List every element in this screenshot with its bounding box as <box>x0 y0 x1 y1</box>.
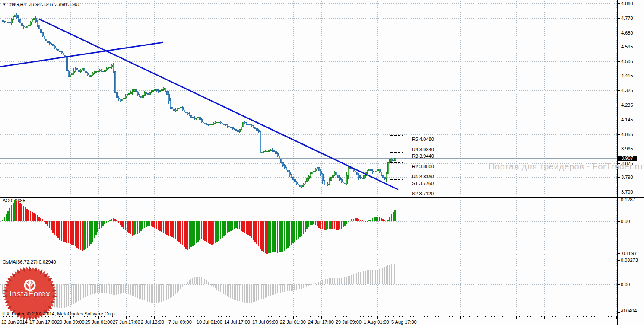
price-axis-label: 4.505 <box>621 59 633 64</box>
time-axis-label: 29 Jul 09:00 <box>336 319 367 325</box>
price-axis-label: 4.145 <box>621 117 633 122</box>
trendlines[interactable] <box>0 19 398 190</box>
sr-level-label: S2 3.7120 <box>412 191 434 196</box>
time-axis-label: 5 Aug 17:00 <box>391 319 422 325</box>
sr-level-label: R3 3.9440 <box>412 153 434 159</box>
ao-axis-max-label: 0.1287 <box>621 197 635 202</box>
time-axis-label: 25 Jun 01:00 <box>85 319 116 325</box>
time-axis-label: 22 Jul 01:00 <box>280 319 311 325</box>
time-axis-label: 2 Jul 13:00 <box>141 319 172 325</box>
instaforex-logo-text: InstaForex <box>1 289 58 299</box>
price-axis-label: 4.055 <box>621 132 633 137</box>
sr-level-label: R1 3.8160 <box>412 174 434 179</box>
watermark: Портал для трейдеров - ForTrader.ru <box>489 162 643 172</box>
time-axis-label: 7 Jul 09:00 <box>168 319 200 325</box>
axis-ticks <box>1 4 620 319</box>
price-axis-label: 3.790 <box>621 175 633 180</box>
sr-level-lines[interactable] <box>390 136 403 190</box>
sr-level-label: R5 4.0480 <box>412 137 434 142</box>
price-axis-label: 3.965 <box>621 146 633 151</box>
price-axis-label: 3.700 <box>621 189 633 194</box>
candlesticks <box>2 13 396 188</box>
price-axis-label: 4.235 <box>621 102 633 108</box>
mt4-chart-window: ▼#NG,H4 3.894 3.911 3.890 3.907 AO 0.068… <box>0 0 644 325</box>
trendline-ascending <box>0 42 163 67</box>
sr-level-label: R2 3.8800 <box>412 164 434 169</box>
ao-axis-min-label: -0.1897 <box>621 251 637 256</box>
price-axis-label: 4.415 <box>621 73 633 78</box>
osma-histogram <box>2 262 395 308</box>
ao-histogram <box>2 200 396 254</box>
price-axis-label: 4.595 <box>621 44 633 49</box>
sr-level-label: R4 3.9840 <box>412 147 434 152</box>
current-price-tag: 3.907 <box>618 156 637 161</box>
trendline-descending <box>39 19 398 190</box>
time-axis-label: 14 Jul 17:00 <box>224 319 255 325</box>
osma-axis-min-label: -0.0404 <box>621 308 637 313</box>
copyright-text: IFX Trader, © 2001-2014, MetaQuotes Soft… <box>2 311 116 316</box>
time-axis-label: 27 Jun 17:00 <box>113 319 144 325</box>
sr-level-label: S1 3.7760 <box>412 181 434 186</box>
price-axis-label: 4.770 <box>621 16 633 21</box>
osma-axis-max-label: 0.03273 <box>621 258 638 263</box>
time-axis-label: 1 Aug 01:00 <box>364 319 395 325</box>
time-axis[interactable]: 13 Jun 201417 Jun 17:0020 Jun 09:0025 Ju… <box>0 316 617 325</box>
price-axis-label: 4.680 <box>621 30 633 35</box>
price-axis-label: 4.325 <box>621 88 633 93</box>
time-axis-label: 24 Jul 17:00 <box>308 319 339 325</box>
ao-axis-zero-label: 0.00 <box>621 219 630 224</box>
time-axis-label: 20 Jun 09:00 <box>57 319 88 325</box>
price-axis-label: 4.860 <box>621 1 633 6</box>
osma-axis-zero-label: 0.00 <box>621 282 630 287</box>
time-axis-label: 17 Jul 09:00 <box>252 319 283 325</box>
time-axis-label: 10 Jul 01:00 <box>197 319 228 325</box>
